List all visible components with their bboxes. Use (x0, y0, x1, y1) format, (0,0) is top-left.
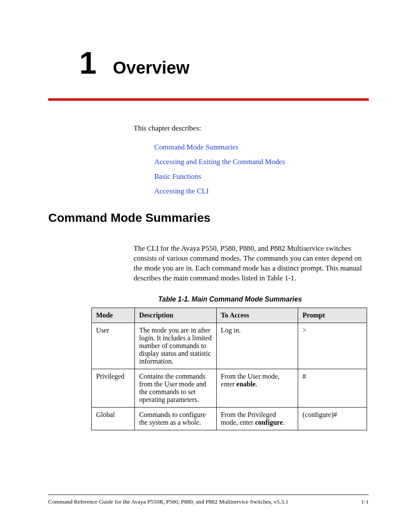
cell-description: Commands to configure the system as a wh… (134, 407, 216, 430)
chapter-heading: 1 Overview (79, 47, 369, 78)
toc-link[interactable]: Accessing the CLI (154, 187, 369, 196)
section-title: Command Mode Summaries (48, 211, 369, 225)
table-row: Global Commands to configure the system … (92, 407, 367, 430)
cell-access: Log in. (216, 323, 298, 369)
cell-description: The mode you are in after login. It incl… (134, 323, 216, 369)
cell-access: From the Privileged mode, enter configur… (216, 407, 298, 430)
cell-mode: Global (92, 407, 135, 430)
table-header-row: Mode Description To Access Prompt (92, 308, 367, 323)
cell-access: From the User mode, enter enable. (216, 369, 298, 407)
intro-text: This chapter describes: (134, 124, 369, 133)
toc-link[interactable]: Accessing and Exiting the Command Modes (154, 158, 369, 166)
page-footer: Command Reference Guide for the Avaya P5… (48, 495, 369, 505)
cell-mode: User (92, 323, 135, 369)
page-number: 1-1 (361, 498, 369, 505)
footer-title: Command Reference Guide for the Avaya P5… (48, 498, 288, 505)
cell-prompt: > (298, 323, 367, 369)
chapter-number: 1 (79, 47, 97, 78)
table-header: Description (134, 308, 216, 323)
table-caption: Table 1-1. Main Command Mode Summaries (91, 296, 369, 303)
toc-link[interactable]: Basic Functions (154, 172, 369, 181)
table-row: User The mode you are in after login. It… (92, 323, 367, 369)
table-header: To Access (216, 308, 298, 323)
chapter-title: Overview (113, 58, 190, 78)
cell-prompt: # (298, 369, 367, 407)
command-mode-table: Mode Description To Access Prompt User T… (91, 308, 367, 430)
section-body: The CLI for the Avaya P550, P580, P880, … (134, 244, 369, 283)
table-row: Privileged Contains the commands from th… (92, 369, 367, 407)
table-header: Mode (92, 308, 135, 323)
cell-prompt: (configure)# (298, 407, 367, 430)
cell-mode: Privileged (92, 369, 135, 407)
cell-description: Contains the commands from the User mode… (134, 369, 216, 407)
chapter-rule (48, 98, 369, 101)
table-header: Prompt (298, 308, 367, 323)
toc-link[interactable]: Command Mode Summaries (154, 143, 369, 152)
chapter-toc: Command Mode Summaries Accessing and Exi… (154, 143, 369, 196)
